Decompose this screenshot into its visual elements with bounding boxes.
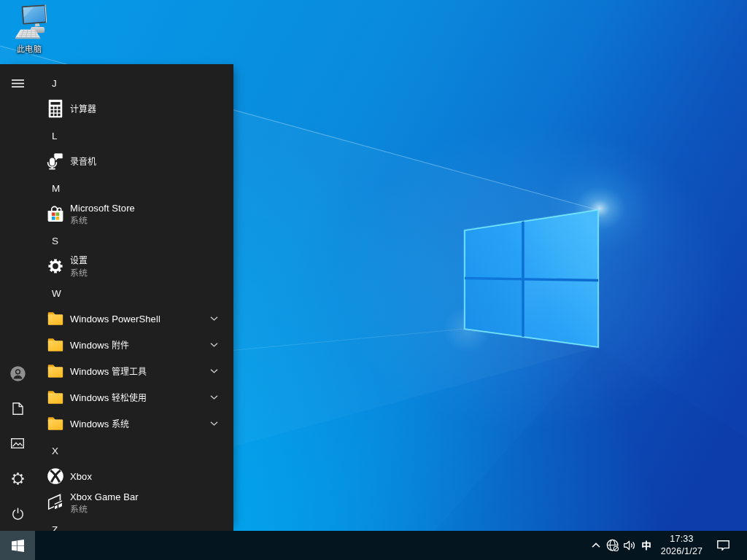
app-icon-wrap (47, 205, 64, 222)
tray-ime-indicator[interactable] (640, 531, 652, 560)
chevron-down-icon (210, 316, 218, 322)
windows-logo-icon (12, 540, 24, 552)
app-item-windows-ease-of-access[interactable]: Windows (35, 384, 233, 411)
app-icon-wrap (47, 391, 63, 405)
app-icon-wrap (47, 152, 64, 170)
section-letter: Z (52, 517, 58, 531)
section-header-s[interactable]: S (35, 227, 233, 253)
app-icon-wrap (47, 338, 63, 352)
clock-date: 2026/1/27 (656, 547, 708, 556)
app-item-xbox-game-bar[interactable]: Xbox Game Bar (35, 489, 233, 516)
start-button[interactable] (0, 531, 35, 560)
start-menu-app-list: J L M Microsoft Store S W (35, 64, 233, 531)
ime-label (641, 540, 651, 551)
speaker-icon (624, 540, 637, 551)
section-header-j[interactable]: J (35, 69, 233, 96)
app-label: Microsoft Store (70, 203, 135, 214)
app-label: Windows (70, 366, 147, 377)
taskbar: 17:33 2026/1/27 (0, 531, 747, 560)
xbox-game-bar-icon (48, 494, 63, 511)
app-icon-wrap (47, 468, 63, 484)
tray-show-hidden-icons-button[interactable] (590, 531, 602, 560)
clock-time: 17:33 (656, 534, 708, 544)
documents-button[interactable] (0, 391, 35, 426)
app-sublabel (70, 504, 88, 514)
app-item-microsoft-store[interactable]: Microsoft Store (35, 201, 233, 227)
start-menu: J L M Microsoft Store S W (0, 64, 233, 531)
power-icon (12, 508, 24, 520)
section-header-l[interactable]: L (35, 122, 233, 148)
folder-icon (47, 365, 63, 378)
desktop-icon-this-pc[interactable] (8, 4, 50, 54)
gear-icon (12, 472, 24, 485)
app-label: Windows (70, 392, 147, 403)
app-sublabel (70, 268, 88, 278)
user-account-button[interactable] (0, 356, 35, 391)
voice-recorder-icon (47, 152, 64, 170)
calculator-icon (49, 100, 63, 118)
section-header-x[interactable]: X (35, 437, 233, 463)
app-label: Windows (70, 419, 129, 429)
tray-clock[interactable]: 17:33 2026/1/27 (656, 531, 708, 560)
app-icon-wrap (48, 494, 63, 511)
tray-volume-button[interactable] (624, 531, 637, 560)
app-label: Windows PowerShell (70, 314, 160, 324)
folder-icon (47, 312, 63, 326)
chevron-down-icon (210, 421, 218, 427)
section-header-w[interactable]: W (35, 279, 233, 306)
folder-icon (47, 338, 63, 352)
section-header-z[interactable]: Z (35, 516, 233, 531)
settings-button[interactable] (0, 461, 35, 496)
app-icon-wrap (47, 312, 63, 326)
app-item-xbox[interactable]: Xbox (35, 463, 233, 489)
app-label: Xbox Game Bar (70, 491, 139, 503)
section-letter: M (52, 176, 60, 202)
hamburger-icon (12, 79, 24, 88)
app-sublabel (70, 215, 88, 225)
app-item-windows-system[interactable]: Windows (35, 411, 233, 437)
notification-icon (717, 540, 729, 551)
chevron-down-icon (210, 395, 218, 400)
expand-menu-button[interactable] (0, 66, 35, 101)
action-center-button[interactable] (714, 531, 732, 560)
app-item-windows-admin-tools[interactable]: Windows (35, 358, 233, 384)
desktop-icon-label (8, 44, 50, 54)
section-letter: J (52, 71, 57, 97)
microsoft-store-icon (47, 205, 64, 222)
app-label (70, 156, 96, 167)
app-label: Xbox (70, 471, 92, 482)
settings-gear-icon (48, 259, 63, 273)
document-icon (12, 402, 23, 415)
app-item-voice-recorder[interactable] (35, 148, 233, 174)
folder-icon (47, 391, 63, 405)
start-menu-rail (0, 64, 35, 531)
app-item-settings[interactable] (35, 253, 233, 279)
app-label: Windows (70, 340, 129, 351)
app-label (70, 255, 88, 267)
section-letter: X (52, 438, 58, 464)
globe-no-internet-icon (606, 539, 619, 552)
xbox-icon (47, 468, 63, 484)
chevron-down-icon (210, 369, 218, 374)
section-letter: S (52, 228, 58, 254)
pictures-icon (11, 438, 24, 448)
section-letter: W (52, 281, 61, 307)
app-item-windows-powershell[interactable]: Windows PowerShell (35, 306, 233, 332)
folder-icon (47, 417, 63, 431)
this-pc-icon (12, 4, 47, 39)
app-item-windows-accessories[interactable]: Windows (35, 332, 233, 358)
chevron-up-icon (592, 542, 600, 548)
section-letter: L (52, 123, 58, 149)
section-header-m[interactable]: M (35, 174, 233, 201)
user-avatar-icon (10, 366, 26, 381)
pictures-button[interactable] (0, 426, 35, 461)
app-icon-wrap (47, 417, 63, 431)
app-item-calculator[interactable] (35, 96, 233, 122)
chevron-down-icon (210, 343, 218, 348)
power-button[interactable] (0, 496, 35, 531)
app-icon-wrap (49, 100, 63, 118)
app-label (70, 104, 96, 114)
app-icon-wrap (48, 259, 63, 273)
windows-desktop: {"colors": {"menu_bg": "#1f1f20", "taskb… (0, 0, 747, 560)
tray-network-button[interactable] (606, 531, 619, 560)
